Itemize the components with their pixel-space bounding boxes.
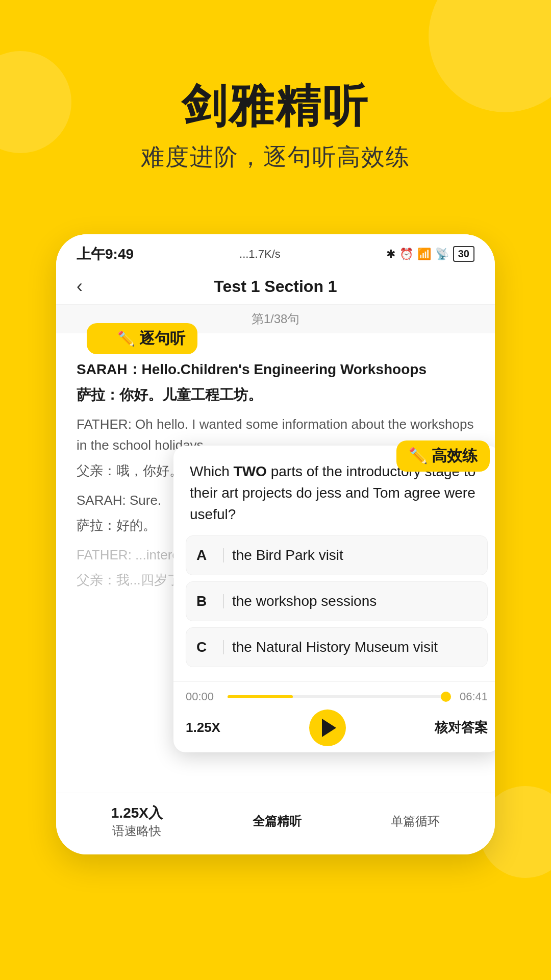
- option-b-divider: [223, 594, 224, 608]
- exercise-card: Which TWO parts of the introductory stag…: [173, 446, 495, 752]
- play-button[interactable]: [309, 709, 346, 746]
- listen-badge-text: 逐句听: [139, 328, 185, 349]
- audio-timeline: 00:00 06:41: [186, 690, 488, 703]
- option-b[interactable]: B the workshop sessions: [186, 581, 488, 621]
- bluetooth-icon: ✱: [386, 248, 395, 261]
- highlight-two: TWO: [234, 463, 267, 479]
- status-bar: 上午9:49 ...1.7K/s ✱ ⏰ 📶 📡 30: [56, 234, 495, 269]
- audio-progress-bar[interactable]: [228, 695, 446, 698]
- option-b-text: the workshop sessions: [232, 593, 377, 609]
- sarah-line-1-cn: 萨拉：你好。儿童工程工坊。: [77, 384, 474, 406]
- audio-speed[interactable]: 1.25X: [186, 720, 220, 736]
- tab-full-listen[interactable]: 全篇精听: [253, 813, 302, 829]
- audio-end-time: 06:41: [452, 690, 488, 703]
- signal-icon: 📶: [417, 248, 431, 261]
- option-c-divider: [223, 640, 224, 654]
- audio-player: 00:00 06:41 1.25X 核对答案: [173, 681, 495, 752]
- option-c[interactable]: C the Natural History Museum visit: [186, 627, 488, 667]
- nav-bar: ‹ Test 1 Section 1: [56, 269, 495, 305]
- option-a-divider: [223, 548, 224, 562]
- main-content: ✏️ 逐句听 SARAH：Hello.Children's Engineerin…: [56, 333, 495, 793]
- alarm-icon: ⏰: [399, 248, 413, 261]
- app-subtitle: 难度进阶，逐句听高效练: [31, 141, 520, 173]
- app-title: 剑雅精听: [31, 82, 520, 131]
- sarah-line-1-en: SARAH：Hello.Children's Engineering Works…: [77, 359, 474, 380]
- audio-progress-fill: [228, 695, 293, 698]
- play-icon: [322, 719, 336, 737]
- pencil-icon-2: ✏️: [409, 447, 428, 464]
- audio-current-time: 00:00: [186, 690, 221, 703]
- wifi-icon: 📡: [435, 248, 449, 261]
- check-answer-button[interactable]: 核对答案: [435, 719, 488, 737]
- section-title: Test 1 Section 1: [214, 277, 337, 296]
- status-network: ...1.7K/s: [239, 248, 281, 261]
- tab-speed-label: 语速略快: [111, 823, 163, 839]
- audio-controls: 1.25X 核对答案: [186, 709, 488, 746]
- option-a-text: the Bird Park visit: [232, 547, 343, 564]
- tab-loop-label: 单篇循环: [391, 813, 440, 829]
- status-icons: ✱ ⏰ 📶 📡 30: [386, 246, 474, 262]
- practice-badge-text: 高效练: [432, 447, 478, 464]
- option-c-text: the Natural History Museum visit: [232, 639, 438, 655]
- tab-speed[interactable]: 1.25X入 语速略快: [111, 803, 163, 839]
- option-c-letter: C: [196, 639, 215, 655]
- status-time: 上午9:49: [77, 244, 134, 264]
- option-a[interactable]: A the Bird Park visit: [186, 535, 488, 575]
- phone-mockup: 上午9:49 ...1.7K/s ✱ ⏰ 📶 📡 30 ‹ Test 1 Sec…: [56, 234, 495, 854]
- bottom-tabs: 1.25X入 语速略快 全篇精听 单篇循环: [56, 793, 495, 854]
- speed-value: 1.25X入: [111, 803, 163, 823]
- tab-loop[interactable]: 单篇循环: [391, 813, 440, 829]
- option-a-letter: A: [196, 547, 215, 564]
- listen-badge: ✏️ 逐句听: [87, 323, 197, 354]
- pencil-icon-1: ✏️: [117, 330, 135, 347]
- practice-badge: ✏️ 高效练: [396, 440, 490, 472]
- option-b-letter: B: [196, 593, 215, 609]
- tab-full-listen-label: 全篇精听: [253, 813, 302, 829]
- battery-icon: 30: [453, 246, 474, 262]
- header-section: 剑雅精听 难度进阶，逐句听高效练: [0, 0, 551, 204]
- exercise-options: A the Bird Park visit B the workshop ses…: [173, 535, 495, 681]
- back-button[interactable]: ‹: [77, 276, 83, 297]
- audio-progress-dot: [441, 692, 451, 702]
